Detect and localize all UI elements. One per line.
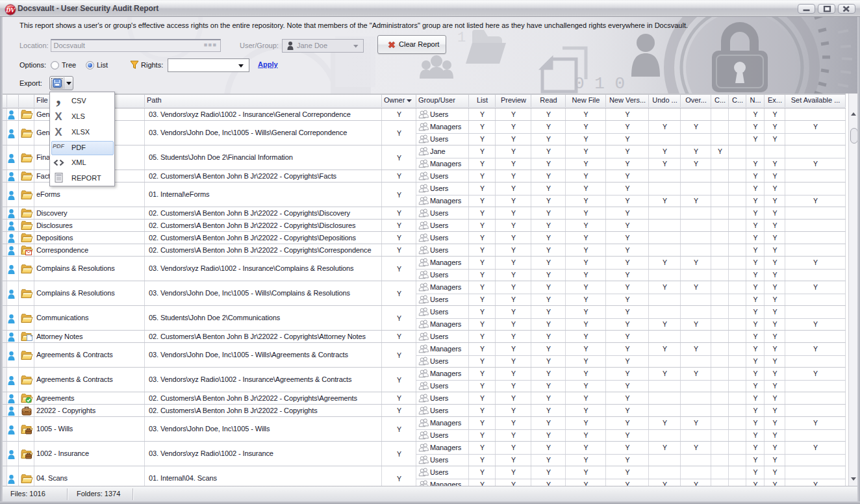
svg-text:0 1 0: 0 1 0 <box>574 74 625 94</box>
svg-text:1 0: 1 0 <box>457 30 483 46</box>
svg-text:DV: DV <box>5 6 16 13</box>
